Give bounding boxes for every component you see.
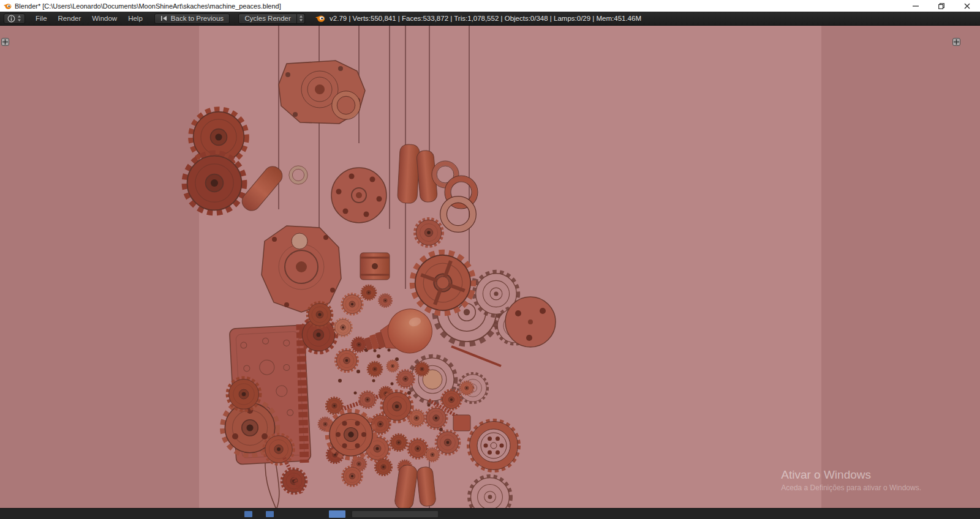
render-engine-select[interactable]: Cycles Render	[238, 13, 297, 24]
close-icon	[964, 3, 970, 9]
window-title: Blender* [C:\Users\Leonardo\Documents\Mo…	[15, 2, 281, 10]
3d-viewport[interactable]: Ativar o Windows Aceda a Definições para…	[0, 26, 980, 508]
blender-logo-icon	[315, 14, 325, 23]
render-engine-stepper[interactable]	[297, 13, 305, 24]
blender-window: Blender* [C:\Users\Leonardo\Documents\Mo…	[0, 0, 980, 519]
menu-render[interactable]: Render	[53, 12, 87, 26]
back-arrow-icon	[160, 15, 167, 21]
chevron-updown-icon	[17, 15, 21, 22]
info-editor-icon	[7, 15, 15, 23]
camera-frame-region	[199, 26, 821, 508]
region-toggle-left[interactable]	[1, 38, 9, 46]
region-toggle-right[interactable]	[952, 38, 960, 46]
timeline-field	[352, 511, 438, 517]
back-to-previous-label: Back to Previous	[171, 15, 224, 22]
menu-help[interactable]: Help	[123, 12, 148, 26]
editor-type-button[interactable]	[4, 13, 25, 24]
window-controls	[903, 0, 980, 12]
minimize-icon	[913, 3, 919, 9]
timeline-marker	[329, 510, 345, 518]
menu-window[interactable]: Window	[86, 12, 123, 26]
maximize-button[interactable]	[929, 0, 954, 12]
restore-icon	[938, 3, 944, 9]
scene-stats: v2.79 | Verts:550,841 | Faces:533,872 | …	[330, 15, 641, 22]
timeline-marker	[244, 511, 252, 517]
close-button[interactable]	[954, 0, 980, 12]
minimize-button[interactable]	[903, 0, 929, 12]
plus-icon	[2, 39, 8, 45]
timeline-strip[interactable]	[0, 508, 980, 519]
render-engine-widget: Cycles Render	[238, 13, 305, 24]
blender-app-icon	[3, 2, 12, 10]
titlebar: Blender* [C:\Users\Leonardo\Documents\Mo…	[0, 0, 980, 12]
info-header: File Render Window Help Back to Previous…	[0, 12, 980, 26]
stepper-arrows-icon	[299, 15, 303, 22]
menu-file[interactable]: File	[30, 12, 53, 26]
render-engine-value: Cycles Render	[244, 15, 290, 22]
timeline-marker	[266, 511, 274, 517]
back-to-previous-button[interactable]: Back to Previous	[154, 13, 230, 24]
plus-icon	[954, 39, 959, 45]
